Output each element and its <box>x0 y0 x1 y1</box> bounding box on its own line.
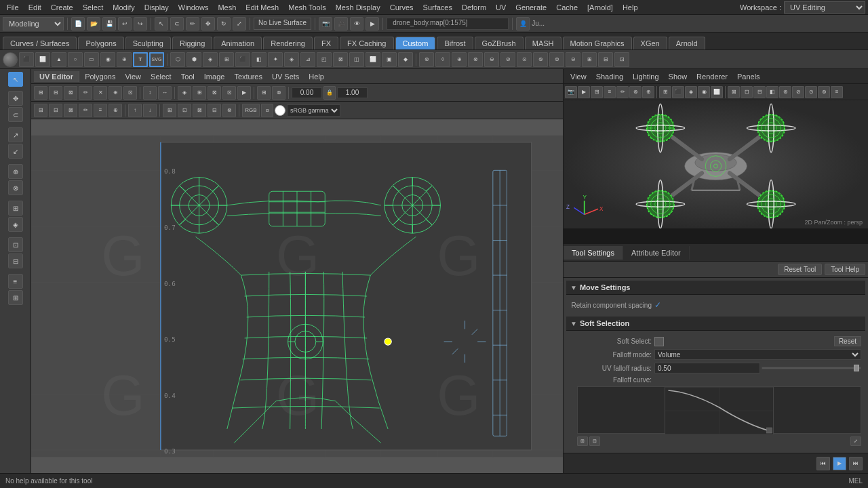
vp-menu-shading[interactable]: Shading <box>592 71 627 82</box>
mesh-icon-4[interactable]: ⊞ <box>219 52 234 67</box>
user-icon-btn[interactable]: 👤 <box>516 17 530 30</box>
uv-tool-10[interactable]: ◈ <box>178 86 191 100</box>
vp-tb-21[interactable]: ≡ <box>831 86 843 98</box>
uv-tool-8[interactable]: ↕ <box>143 86 157 100</box>
cam-btn-2[interactable]: 🎥 <box>334 17 348 30</box>
tab-motion-graphics[interactable]: Motion Graphics <box>563 37 632 49</box>
menu-uv[interactable]: UV <box>492 2 510 13</box>
open-btn[interactable]: 📂 <box>87 17 100 30</box>
deform-icon-7[interactable]: ⊙ <box>517 52 532 67</box>
menu-help[interactable]: Help <box>618 2 642 13</box>
cam-btn-3[interactable]: 👁 <box>350 17 363 30</box>
mesh-icon-1[interactable]: ⬡ <box>170 52 185 67</box>
redo-btn[interactable]: ↪ <box>134 17 147 30</box>
mesh-icon-7[interactable]: ✦ <box>268 52 283 67</box>
panel-btn-1[interactable]: ≡ <box>8 274 23 289</box>
uv-menu-uvsets[interactable]: UV Sets <box>268 71 303 82</box>
vp-tb-9[interactable]: ⬛ <box>672 86 684 98</box>
uv-menu-help[interactable]: Help <box>304 71 328 82</box>
vp-tb-16[interactable]: ◧ <box>766 86 778 98</box>
soft-select-checkbox[interactable] <box>654 337 664 346</box>
uv-relax-btn[interactable]: ⊗ <box>8 180 23 195</box>
menu-modify[interactable]: Modify <box>108 2 138 13</box>
uv-tool2-4[interactable]: ✏ <box>79 104 92 117</box>
save-btn[interactable]: 💾 <box>102 17 116 30</box>
uv-menu-view[interactable]: View <box>121 71 145 82</box>
uv-tool-11[interactable]: ⊞ <box>193 86 206 100</box>
vp-menu-lighting[interactable]: Lighting <box>629 71 663 82</box>
tool-help-btn[interactable]: Tool Help <box>825 264 865 275</box>
uv-unfold-btn[interactable]: ⊕ <box>8 164 23 179</box>
cylinder-icon-btn[interactable]: ⬜ <box>35 52 50 67</box>
new-scene-btn[interactable]: 📄 <box>71 17 85 30</box>
uv-tool2-8[interactable]: ↓ <box>143 104 157 117</box>
menu-display[interactable]: Display <box>140 2 173 13</box>
uv-tool2-13[interactable]: ⊗ <box>222 104 236 117</box>
mesh-icon-3[interactable]: ◈ <box>203 52 218 67</box>
prev-frame-btn[interactable]: ⏮ <box>816 457 830 470</box>
uv-tool-1[interactable]: ⊞ <box>34 86 47 100</box>
menu-deform[interactable]: Deform <box>458 2 490 13</box>
tab-gozbrush[interactable]: GoZBrush <box>475 37 524 49</box>
menu-mesh-display[interactable]: Mesh Display <box>332 2 384 13</box>
uv-tool-5[interactable]: ✕ <box>94 86 107 100</box>
vp-tb-1[interactable]: 📷 <box>565 86 577 98</box>
plane-icon-btn[interactable]: ▭ <box>84 52 99 67</box>
reset-tool-btn[interactable]: Reset Tool <box>778 264 822 275</box>
menu-create[interactable]: Create <box>47 2 77 13</box>
tab-xgen[interactable]: XGen <box>633 37 667 49</box>
deform-icon-13[interactable]: ⊡ <box>614 52 629 67</box>
deform-icon-5[interactable]: ⊖ <box>484 52 499 67</box>
uv-fit-btn[interactable]: ⊞ <box>257 86 271 100</box>
vp-tb-20[interactable]: ⊚ <box>818 86 830 98</box>
uv-tool2-7[interactable]: ↑ <box>128 104 142 117</box>
deform-icon-1[interactable]: ⊛ <box>419 52 434 67</box>
status-mel-label[interactable]: MEL <box>848 477 863 485</box>
tab-arnold[interactable]: Arnold <box>669 37 705 49</box>
side-tool-1[interactable]: ↗ <box>8 127 23 142</box>
deform-icon-4[interactable]: ⊗ <box>468 52 483 67</box>
vp-tb-17[interactable]: ⊛ <box>779 86 791 98</box>
render-btn[interactable]: ▶ <box>366 17 379 30</box>
mesh-icon-11[interactable]: ⊠ <box>333 52 348 67</box>
uv-tool2-5[interactable]: ≡ <box>94 104 107 117</box>
uv-tool-3[interactable]: ⊠ <box>64 86 77 100</box>
sphere-icon-btn[interactable] <box>3 52 18 67</box>
vp-tb-8[interactable]: ⊞ <box>659 86 671 98</box>
vp-tb-15[interactable]: ⊟ <box>753 86 766 98</box>
uv-tool2-2[interactable]: ⊟ <box>49 104 62 117</box>
pipe-icon-btn[interactable]: ⊕ <box>117 52 132 67</box>
uv-alpha-btn[interactable]: α <box>261 104 273 117</box>
mode-dropdown[interactable]: Modeling <box>3 17 64 30</box>
retain-spacing-checkbox[interactable]: ✓ <box>654 300 861 310</box>
deform-icon-8[interactable]: ⊚ <box>533 52 548 67</box>
viewport-canvas[interactable]: X Y Z 2D Pan/Zoom : persp <box>564 100 868 228</box>
svg-icon-btn[interactable]: SVG <box>149 52 164 67</box>
deform-icon-10[interactable]: ⊝ <box>566 52 580 67</box>
curve-expand-btn[interactable]: ⤢ <box>850 436 861 446</box>
tab-custom[interactable]: Custom <box>395 37 436 49</box>
uv-tool-12[interactable]: ⊠ <box>208 86 221 100</box>
menu-select[interactable]: Select <box>79 2 108 13</box>
deform-icon-11[interactable]: ⊞ <box>582 52 597 67</box>
side-tool-2[interactable]: ↙ <box>8 144 23 159</box>
uv-menu-image[interactable]: Image <box>200 71 229 82</box>
snap-btn[interactable]: ◈ <box>8 217 23 232</box>
mesh-icon-10[interactable]: ◰ <box>317 52 332 67</box>
tab-fx[interactable]: FX <box>314 37 338 49</box>
select-mode-btn[interactable]: ↖ <box>8 72 23 87</box>
lasso-tool-btn[interactable]: ⊂ <box>170 17 184 30</box>
tab-curves-surfaces[interactable]: Curves / Surfaces <box>3 37 77 49</box>
disc-icon-btn[interactable]: ◉ <box>100 52 115 67</box>
uv-tool-2[interactable]: ⊟ <box>49 86 62 100</box>
uv-tool2-6[interactable]: ⊕ <box>108 104 122 117</box>
vp-tb-6[interactable]: ⊗ <box>629 86 642 98</box>
mesh-icon-13[interactable]: ⬜ <box>366 52 380 67</box>
deform-icon-3[interactable]: ⊕ <box>452 52 467 67</box>
vp-menu-renderer[interactable]: Renderer <box>692 71 732 82</box>
uv-tool2-10[interactable]: ⊡ <box>178 104 191 117</box>
vp-menu-view[interactable]: View <box>566 71 591 82</box>
uv-value-right[interactable] <box>337 87 368 98</box>
uv-snap-btn[interactable]: ⊗ <box>272 86 285 100</box>
torus-icon-btn[interactable]: ○ <box>68 52 83 67</box>
